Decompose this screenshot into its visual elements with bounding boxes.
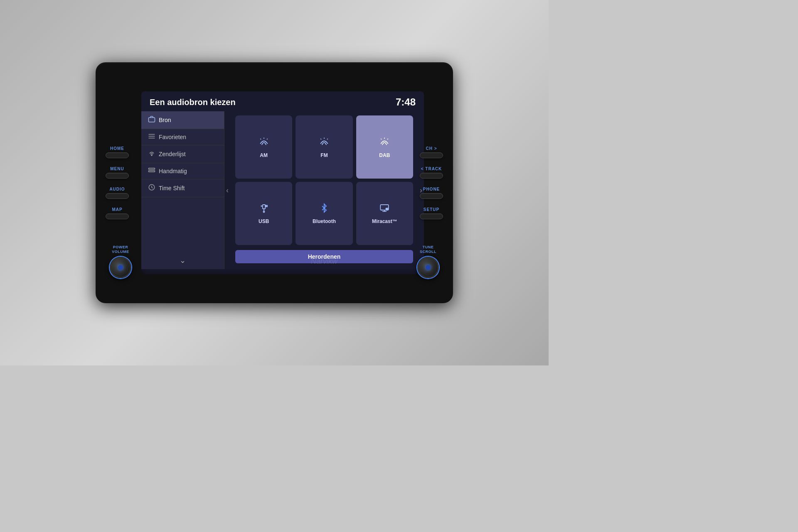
tune-scroll-area: TUNESCROLL: [417, 245, 439, 278]
tune-scroll-label: TUNESCROLL: [420, 245, 436, 254]
zenderlijst-icon: [148, 150, 155, 159]
menu-item-handmatig[interactable]: Handmatig: [141, 163, 224, 179]
menu-button[interactable]: [106, 173, 129, 179]
bluetooth-label: Bluetooth: [313, 218, 336, 224]
audio-button[interactable]: [106, 193, 129, 199]
grid-tile-fm[interactable]: FM: [296, 115, 352, 179]
screen-header: Een audiobron kiezen 7:48: [141, 91, 424, 111]
audio-label: AUDIO: [109, 187, 125, 191]
setup-button-group: SETUP: [420, 207, 443, 219]
tune-scroll-knob[interactable]: [417, 257, 439, 278]
grid-tile-am[interactable]: AM: [235, 115, 292, 179]
phone-button[interactable]: [420, 193, 443, 199]
power-volume-knob[interactable]: [110, 257, 131, 278]
track-label: < TRACK: [421, 167, 442, 171]
grid-nav-left-icon[interactable]: ‹: [226, 186, 229, 195]
grid-panel: ‹ ›: [224, 111, 424, 269]
power-volume-label: POWERVOLUME: [112, 245, 129, 254]
track-button-group: < TRACK: [420, 167, 443, 179]
miracast-label: Miracast™: [372, 218, 397, 224]
favorieten-label: Favorieten: [159, 134, 186, 140]
menu-item-timeshift[interactable]: Time Shift: [141, 179, 224, 197]
svg-point-4: [151, 154, 152, 155]
dashboard: HOME MENU AUDIO MAP POWERVOLUME: [0, 0, 549, 365]
home-button-group: HOME: [106, 146, 129, 158]
svg-point-18: [386, 208, 388, 210]
svg-rect-6: [149, 171, 155, 172]
grid-row-2: USB Bluetooth: [235, 182, 413, 245]
home-button[interactable]: [106, 152, 129, 158]
phone-button-group: PHONE: [420, 187, 443, 199]
menu-scroll-down-icon[interactable]: ⌄: [180, 256, 186, 265]
right-button-panel: CH > < TRACK PHONE SETUP TUNESCROLL: [420, 62, 443, 303]
svg-point-10: [263, 211, 264, 212]
grid-row-1: AM: [235, 115, 413, 179]
svg-rect-0: [149, 118, 155, 122]
screen-content: Bron Favorieten: [141, 111, 424, 269]
map-button-group: MAP: [106, 207, 129, 219]
ch-label: CH >: [426, 146, 437, 151]
track-button[interactable]: [420, 173, 443, 179]
map-button[interactable]: [106, 213, 129, 219]
handmatig-icon: [148, 167, 155, 175]
left-button-panel: HOME MENU AUDIO MAP POWERVOLUME: [106, 62, 129, 303]
zenderlijst-label: Zenderlijst: [159, 151, 186, 157]
usb-icon: [259, 203, 269, 216]
timeshift-label: Time Shift: [159, 185, 185, 191]
power-volume-area: POWERVOLUME: [110, 245, 131, 278]
svg-rect-5: [149, 168, 155, 169]
herordenen-button[interactable]: Herordenen: [235, 250, 413, 263]
menu-panel: Bron Favorieten: [141, 111, 224, 269]
miracast-icon: [379, 203, 390, 216]
screen: Een audiobron kiezen 7:48 Bron: [141, 91, 424, 274]
menu-label: MENU: [110, 167, 124, 171]
bron-icon: [148, 115, 155, 125]
screen-title: Een audiobron kiezen: [150, 98, 236, 107]
ch-button-group: CH >: [420, 146, 443, 158]
bluetooth-icon: [319, 203, 330, 216]
am-radio-icon: [258, 136, 270, 150]
phone-label: PHONE: [423, 187, 440, 191]
favorieten-icon: [148, 133, 155, 141]
screen-clock: 7:48: [396, 96, 416, 108]
dab-label: DAB: [379, 152, 390, 158]
setup-label: SETUP: [424, 207, 439, 212]
fm-label: FM: [320, 152, 328, 158]
menu-item-bron[interactable]: Bron: [141, 111, 224, 129]
head-unit: HOME MENU AUDIO MAP POWERVOLUME: [96, 62, 453, 303]
grid-tile-miracast[interactable]: Miracast™: [356, 182, 413, 245]
grid-tile-dab[interactable]: DAB: [356, 115, 413, 179]
setup-button[interactable]: [420, 213, 443, 219]
ch-button[interactable]: [420, 152, 443, 158]
usb-label: USB: [259, 218, 269, 224]
audio-button-group: AUDIO: [106, 187, 129, 199]
home-label: HOME: [110, 146, 124, 151]
menu-button-group: MENU: [106, 167, 129, 179]
timeshift-icon: [148, 184, 155, 193]
grid-tile-bluetooth[interactable]: Bluetooth: [296, 182, 352, 245]
fm-radio-icon: [318, 136, 330, 150]
handmatig-label: Handmatig: [159, 168, 187, 174]
menu-item-favorieten[interactable]: Favorieten: [141, 129, 224, 145]
am-label: AM: [260, 152, 268, 158]
map-label: MAP: [112, 207, 122, 212]
dab-radio-icon: [379, 136, 390, 150]
herordenen-row: Herordenen: [229, 248, 420, 265]
svg-rect-8: [262, 205, 265, 209]
grid-rows: AM: [229, 115, 420, 245]
grid-tile-usb[interactable]: USB: [235, 182, 292, 245]
menu-item-zenderlijst[interactable]: Zenderlijst: [141, 145, 224, 163]
bron-label: Bron: [159, 117, 171, 123]
